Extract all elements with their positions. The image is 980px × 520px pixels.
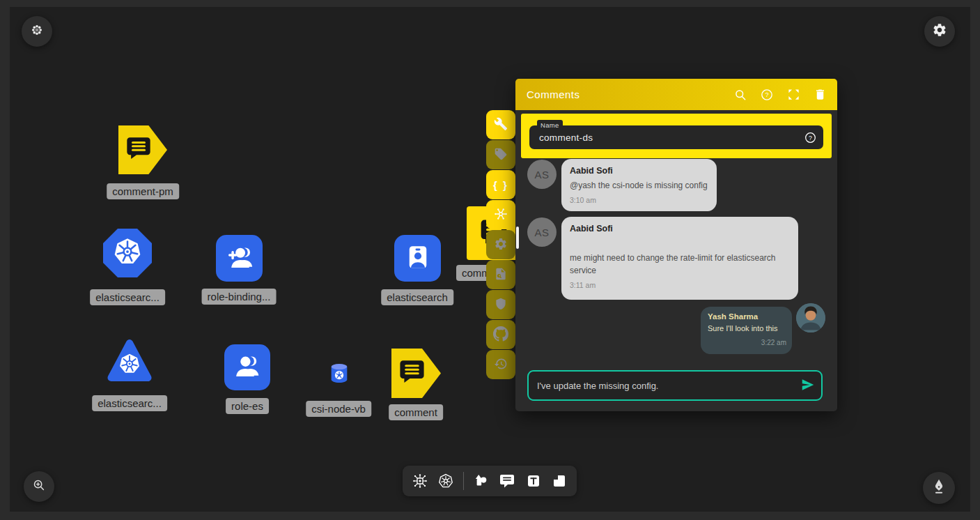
node-label: elasticsearc...	[90, 289, 165, 305]
security-button[interactable]	[486, 290, 515, 319]
speech-bubble-icon	[125, 135, 153, 165]
chat-input-container	[527, 370, 823, 401]
toolbar-settings-button[interactable]	[486, 230, 515, 259]
expand-icon[interactable]	[786, 87, 801, 102]
node-label: elasticsearc...	[92, 395, 167, 411]
hub-icon	[493, 206, 508, 224]
pen-nib-icon	[930, 477, 948, 498]
node-label: comment-pm	[107, 183, 179, 199]
shapes-icon[interactable]	[472, 472, 490, 490]
message-text: @yash the csi-node is missing config	[570, 179, 708, 192]
message-author: Yash Sharma	[708, 312, 786, 321]
node-label: role-es	[226, 398, 269, 414]
kubernetes-icon[interactable]	[437, 472, 455, 490]
design-canvas[interactable]: comment-pm elasticsearc... role-binding.…	[10, 7, 970, 512]
message-text: Sure I'll look into this	[708, 323, 786, 335]
doc-search-icon	[494, 267, 508, 283]
node-label: elasticsearch	[381, 289, 453, 305]
settings-button[interactable]	[924, 16, 955, 47]
wrench-icon	[494, 117, 508, 133]
message-author: Aabid Sofi	[570, 166, 708, 176]
chat-message-input[interactable]	[529, 381, 795, 391]
avatar-initials: AS	[527, 160, 557, 189]
name-field-label: Name	[537, 120, 563, 130]
doc-search-button[interactable]	[486, 260, 515, 289]
svg-text:?: ?	[809, 134, 812, 141]
people-icon	[232, 351, 263, 384]
code-button[interactable]: { }	[486, 170, 515, 199]
kubernetes-icon	[116, 351, 143, 380]
avatar-initials: AS	[527, 217, 557, 247]
node-label: role-binding...	[202, 289, 277, 305]
message-time: 3:22 am	[708, 339, 786, 346]
message-author: Aabid Sofi	[570, 224, 790, 234]
image-icon[interactable]	[550, 472, 568, 490]
avatar-text: AS	[534, 169, 549, 181]
node-role-binding[interactable]: role-binding...	[216, 235, 263, 282]
node-toolbar: { }	[486, 110, 515, 379]
node-csi-node-vb[interactable]: csi-node-vb	[327, 362, 351, 388]
delete-icon[interactable]	[812, 87, 827, 102]
labels-button[interactable]	[486, 140, 515, 169]
kubernetes-icon	[110, 234, 145, 272]
send-icon	[800, 377, 816, 395]
comments-panel-header[interactable]: Comments ?	[515, 79, 837, 110]
zoom-in-icon	[31, 477, 47, 496]
message-bubble: Aabid Sofi me might need to change the r…	[561, 217, 798, 300]
history-icon	[494, 357, 508, 373]
node-label: csi-node-vb	[306, 401, 371, 417]
github-button[interactable]	[486, 320, 515, 349]
svg-text:?: ?	[765, 91, 768, 98]
message-bubble: Aabid Sofi @yash the csi-node is missing…	[561, 159, 717, 211]
help-icon[interactable]: ?	[759, 87, 775, 102]
app-menu-button[interactable]	[22, 16, 52, 47]
message-time: 3:10 am	[570, 196, 708, 204]
comment-icon[interactable]	[498, 472, 516, 490]
tag-icon	[494, 147, 508, 163]
tools-button[interactable]	[486, 110, 515, 139]
node-elasticsearch-triangle[interactable]: elasticsearc...	[104, 336, 155, 386]
avatar-text: AS	[534, 227, 549, 238]
history-button[interactable]	[486, 350, 515, 379]
node-role-es[interactable]: role-es	[224, 344, 270, 390]
comments-panel: Comments ? Name ? AS Aabid Sofi @yash th…	[515, 79, 837, 411]
name-help-icon[interactable]: ?	[802, 130, 818, 145]
message-text: me might need to change the rate-limit f…	[570, 252, 790, 277]
zoom-button[interactable]	[24, 471, 54, 502]
avatar-photo	[796, 303, 825, 332]
badge-icon	[403, 243, 433, 275]
text-icon[interactable]	[524, 472, 543, 490]
name-input[interactable]	[529, 132, 802, 143]
message-time: 3:11 am	[570, 281, 790, 289]
panel-title: Comments	[527, 89, 733, 100]
gear-icon	[932, 22, 947, 40]
message-bubble: Yash Sharma Sure I'll look into this 3:2…	[701, 307, 792, 354]
node-label: comment	[389, 404, 443, 420]
shield-icon	[494, 297, 508, 313]
braces-icon: { }	[493, 179, 508, 191]
node-comment[interactable]: comment	[391, 349, 441, 398]
circuit-icon[interactable]	[411, 472, 429, 490]
shape-toolbar	[403, 466, 577, 496]
node-comment-pm[interactable]: comment-pm	[118, 125, 167, 174]
gear-icon	[494, 237, 508, 253]
github-icon	[493, 326, 508, 344]
mesh-button[interactable]	[486, 200, 515, 229]
pen-tool-button[interactable]	[923, 472, 955, 504]
add-people-icon	[224, 242, 255, 275]
speech-bubble-icon	[398, 358, 426, 389]
node-elasticsearch-serviceaccount[interactable]: elasticsearch	[394, 235, 441, 282]
name-section: Name ?	[521, 114, 832, 158]
send-button[interactable]	[795, 372, 821, 399]
flower-icon	[29, 22, 45, 40]
toolbar-divider	[463, 472, 464, 490]
storage-cylinder-icon	[327, 376, 351, 388]
node-elasticsearch-octagon[interactable]: elasticsearc...	[103, 229, 152, 277]
panel-scrollbar[interactable]	[516, 227, 519, 249]
search-icon[interactable]	[733, 87, 748, 102]
